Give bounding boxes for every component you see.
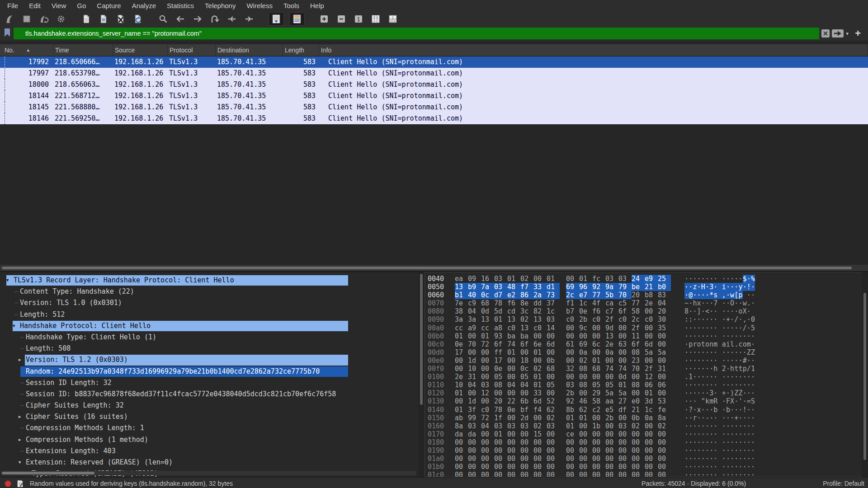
packet-row[interactable]: 18144221.568712…192.168.1.26TLSv1.3185.7… — [0, 90, 868, 102]
hex-row[interactable]: 00707ec96878f68edd37f11c4fcac5772e04~·hx… — [428, 299, 862, 307]
packet-row[interactable]: 17992218.650666…192.168.1.26TLSv1.3185.7… — [0, 56, 868, 68]
hex-row[interactable]: 011010040308040401050308050501080606····… — [428, 381, 862, 389]
packet-row[interactable]: 17997218.653798…192.168.1.26TLSv1.3185.7… — [0, 68, 868, 79]
close-file-icon[interactable] — [115, 13, 127, 25]
detail-row[interactable]: Cipher Suites Length: 32 — [0, 400, 418, 411]
detail-row[interactable]: Content Type: Handshake (22) — [0, 286, 418, 297]
hex-row[interactable]: 01608a0304030303020301001b0003020002····… — [428, 422, 862, 430]
zoom-in-icon[interactable] — [318, 13, 330, 25]
go-first-packet-icon[interactable] — [226, 13, 238, 25]
menu-item-go[interactable]: Go — [71, 0, 91, 12]
detail-row[interactable]: Length: 508 — [0, 343, 418, 354]
bytes-vscrollbar[interactable] — [862, 272, 868, 477]
column-header-destination[interactable]: Destination — [216, 44, 283, 56]
detail-row[interactable]: ▼Handshake Protocol: Client Hello — [0, 320, 418, 332]
hex-row[interactable]: 0140013fc0780ebff4628b62c2e5df211cfe·?·x… — [428, 406, 862, 414]
packet-row[interactable]: 18146221.569250…192.168.1.26TLSv1.3185.7… — [0, 113, 868, 124]
go-last-packet-icon[interactable] — [243, 13, 255, 25]
hex-row[interactable]: 00e0001d00170018000b0002010000230000····… — [428, 357, 862, 365]
hex-row[interactable]: 01002e31000500050100000000000d001200.1··… — [428, 373, 862, 381]
hex-row[interactable]: 0170dada000100001500ce00000000000000····… — [428, 430, 862, 438]
menu-item-telephony[interactable]: Telephony — [199, 0, 241, 12]
menu-item-statistics[interactable]: Statistics — [161, 0, 199, 12]
menu-item-help[interactable]: Help — [305, 0, 330, 12]
hex-row[interactable]: 018000000000000000000000000000000000····… — [428, 438, 862, 446]
column-header-length[interactable]: Length — [283, 44, 319, 56]
hex-row[interactable]: 00b001000193baba00000000001300110000····… — [428, 332, 862, 340]
hex-row[interactable]: 01c000000000000000000000000000000000····… — [428, 471, 862, 477]
packet-list-header[interactable]: No.▲TimeSourceProtocolDestinationLengthI… — [0, 44, 868, 56]
scrollbar-thumb[interactable] — [863, 293, 866, 460]
column-header-source[interactable]: Source — [113, 44, 168, 56]
detail-hscrollbar[interactable] — [1, 471, 416, 475]
hex-row[interactable]: 008038040d5dcd3c821cb70ef6c76f5800208··]… — [428, 307, 862, 315]
save-file-icon[interactable] — [98, 13, 109, 25]
resize-columns-icon[interactable] — [370, 13, 382, 25]
menu-item-file[interactable]: File — [2, 0, 24, 12]
scrollbar-thumb[interactable] — [2, 267, 852, 269]
hex-row[interactable]: 0040ea091603010200010001fc030324e925····… — [428, 275, 862, 283]
hex-row[interactable]: 00903a3a130113021303c02bc02fc02cc030::··… — [428, 315, 862, 324]
stop-capture-icon[interactable] — [21, 13, 33, 25]
hex-row[interactable]: 012001001200000033002b00295a5a000100····… — [428, 389, 862, 397]
column-header-info[interactable]: Info — [319, 44, 868, 56]
detail-row[interactable]: Handshake Type: Client Hello (1) — [0, 332, 418, 343]
collapsed-arrow-icon[interactable]: ▶ — [19, 434, 21, 446]
menu-item-edit[interactable]: Edit — [24, 0, 46, 12]
hex-row[interactable]: 019000000000000000000000000000000000····… — [428, 446, 862, 455]
hex-row[interactable]: 00a0cca9cca8c013c014009c009d002f0035····… — [428, 324, 862, 332]
column-header-time[interactable]: Time — [53, 44, 113, 56]
go-forward-icon[interactable] — [192, 13, 203, 25]
detail-row[interactable]: ▶Cipher Suites (16 suites) — [0, 411, 418, 422]
packet-row[interactable]: 18145221.568880…192.168.1.26TLSv1.3185.7… — [0, 102, 868, 113]
menu-item-wireless[interactable]: Wireless — [241, 0, 278, 12]
status-profile[interactable]: Profile: Default — [823, 480, 864, 487]
zoom-out-icon[interactable] — [335, 13, 347, 25]
find-packet-icon[interactable] — [157, 13, 169, 25]
detail-row[interactable]: Extensions Length: 403 — [0, 446, 418, 457]
expert-info-icon[interactable] — [5, 480, 11, 487]
detail-row[interactable]: ▼Extension: Reserved (GREASE) (len=0) — [0, 457, 418, 468]
menu-item-analyze[interactable]: Analyze — [127, 0, 161, 12]
hex-row[interactable]: 00d0170000ff01000100000a000a00085a5a····… — [428, 348, 862, 357]
column-header-protocol[interactable]: Protocol — [168, 44, 216, 56]
restart-capture-icon[interactable] — [38, 13, 50, 25]
hex-row[interactable]: 005013b97a0348f733d16996929a79be21b0··z·… — [428, 283, 862, 291]
detail-vscrollbar[interactable] — [418, 272, 425, 477]
detail-row[interactable]: Version: TLS 1.0 (0x0301) — [0, 297, 418, 309]
packet-row[interactable]: 18000218.656063…192.168.1.26TLSv1.3185.7… — [0, 79, 868, 90]
menu-item-capture[interactable]: Capture — [91, 0, 126, 12]
colorize-icon[interactable] — [289, 12, 305, 26]
scrollbar-thumb[interactable] — [420, 274, 423, 405]
expanded-arrow-icon[interactable]: ▼ — [6, 275, 9, 286]
go-to-packet-icon[interactable] — [209, 13, 221, 25]
detail-row[interactable]: ▼TLSv1.3 Record Layer: Handshake Protoco… — [0, 275, 418, 286]
open-file-icon[interactable] — [80, 13, 92, 25]
reload-file-icon[interactable] — [132, 13, 144, 25]
hex-row[interactable]: 00f00010000e000c02683208687474702f31····… — [428, 365, 862, 373]
hex-row[interactable]: 01b000000000000000000000000000000000····… — [428, 463, 862, 471]
column-header-no[interactable]: No.▲ — [0, 44, 53, 56]
expanded-arrow-icon[interactable]: ▼ — [13, 320, 15, 332]
detail-row[interactable]: Session ID: b8837ec96878f68edd37f11c4fca… — [0, 389, 418, 400]
hex-row[interactable]: 0150ab99721f002d00020101002b000b0a8a··r·… — [428, 414, 862, 422]
display-filter-input[interactable]: tls.handshake.extensions_server_name == … — [14, 28, 819, 39]
filter-apply-icon[interactable] — [832, 29, 844, 38]
capture-comment-icon[interactable] — [17, 480, 24, 488]
normal-size-icon[interactable]: 1 — [353, 13, 364, 25]
menu-item-view[interactable]: View — [46, 0, 71, 12]
expanded-arrow-icon[interactable]: ▼ — [19, 457, 21, 468]
filter-dropdown-icon[interactable]: ▾ — [846, 31, 849, 37]
scrollbar-thumb[interactable] — [2, 472, 94, 474]
filter-clear-icon[interactable] — [821, 29, 830, 38]
detail-row[interactable]: Compression Methods Length: 1 — [0, 422, 418, 434]
packet-list-hscrollbar[interactable] — [0, 265, 868, 271]
menu-item-tools[interactable]: Tools — [278, 0, 305, 12]
start-capture-icon[interactable] — [4, 13, 15, 25]
auto-scroll-icon[interactable] — [269, 12, 284, 26]
hex-row[interactable]: 00c00e70726f746f6e6d61696c2e636f6d00·pro… — [428, 340, 862, 348]
detail-row[interactable]: Length: 512 — [0, 309, 418, 320]
collapsed-arrow-icon[interactable]: ▶ — [19, 411, 21, 422]
layout-columns-icon[interactable]: 123 — [387, 13, 399, 25]
detail-row[interactable]: Session ID Length: 32 — [0, 377, 418, 389]
